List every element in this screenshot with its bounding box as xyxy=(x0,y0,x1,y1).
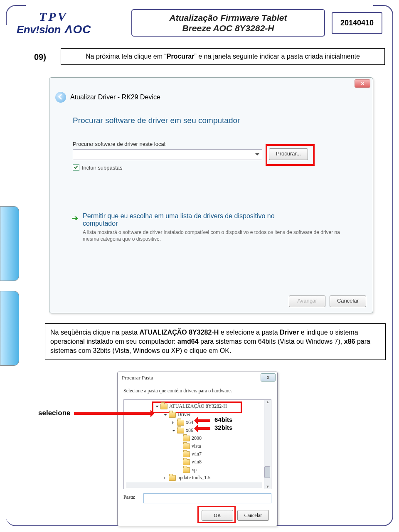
step-instruction: Na próxima tela clique em “Procurar” e n… xyxy=(61,48,385,65)
highlight-rect xyxy=(197,506,236,523)
tree-node[interactable]: 2000 xyxy=(183,435,202,441)
brand-logos: TPV Env!sion ΛOC xyxy=(17,10,125,36)
tree-node[interactable]: win7 xyxy=(183,451,202,457)
folder-icon xyxy=(177,428,184,433)
folder-icon xyxy=(183,443,190,449)
tree-node[interactable]: vista xyxy=(183,443,201,449)
folder-icon xyxy=(183,436,190,441)
folder-icon xyxy=(169,475,176,481)
instruction-block: Na seqüência clique na pasta ATUALIZAÇÃO… xyxy=(45,323,386,360)
folder-icon xyxy=(183,451,190,457)
browse-folder-dialog: Procurar Pasta x Selecione a pasta que c… xyxy=(117,372,278,526)
folder-icon xyxy=(169,412,176,418)
highlight-rect xyxy=(266,144,315,166)
arrow-icon: ➔ xyxy=(72,214,78,223)
wizard-heading: Procurar software de driver em seu compu… xyxy=(73,116,240,125)
driver-wizard-window: ✕ Atualizar Driver - RK29 Device Procura… xyxy=(49,77,373,313)
expand-icon xyxy=(164,476,167,480)
arrow-icon xyxy=(195,419,210,422)
arrow-icon xyxy=(195,427,210,430)
expand-icon xyxy=(164,414,167,417)
pasta-label: Pasta: xyxy=(123,494,135,500)
expand-icon xyxy=(172,430,175,433)
doc-date: 20140410 xyxy=(332,12,382,34)
page-header: TPV Env!sion ΛOC Atualização Firmware Ta… xyxy=(17,7,382,39)
doc-title-line1: Atualização Firmware Tablet xyxy=(170,13,287,22)
tree-node[interactable]: win8 xyxy=(183,459,202,465)
close-button[interactable]: x xyxy=(261,373,276,382)
document-page: TPV Env!sion ΛOC Atualização Firmware Ta… xyxy=(0,0,399,532)
doc-title: Atualização Firmware Tablet Breeze AOC 8… xyxy=(131,9,325,37)
path-combobox[interactable] xyxy=(73,149,262,160)
cancel-button[interactable]: Cancelar xyxy=(330,296,366,307)
checkbox-label: Incluir subpastas xyxy=(82,165,123,171)
annotation-32bits: 32bits xyxy=(214,424,232,431)
logo-aoc: ΛOC xyxy=(65,24,91,35)
doc-title-line2: Breeze AOC 8Y3282-H xyxy=(182,23,274,33)
path-label: Procurar software de driver neste local: xyxy=(73,141,167,147)
expand-icon xyxy=(155,406,159,409)
wizard-title: Atualizar Driver - RK29 Device xyxy=(70,94,160,101)
dialog-title: Procurar Pasta xyxy=(122,374,153,381)
folder-icon xyxy=(177,420,184,426)
pick-from-list-option[interactable]: ➔ Permitir que eu escolha em uma lista d… xyxy=(73,212,347,242)
scrollbar-thumb[interactable] xyxy=(264,466,270,478)
checkbox-icon xyxy=(73,164,79,171)
arrow-icon xyxy=(74,412,153,415)
folder-icon xyxy=(183,459,190,465)
option-description: A lista mostrará o software de driver in… xyxy=(83,229,347,242)
cancel-button[interactable]: Cancelar xyxy=(237,510,269,521)
logo-tpv: TPV xyxy=(39,10,125,23)
pasta-input[interactable] xyxy=(143,493,271,503)
tree-node[interactable]: update tools_1.5 xyxy=(164,475,210,481)
next-button[interactable]: Avançar xyxy=(289,296,325,307)
folder-icon xyxy=(160,404,167,409)
side-tab xyxy=(0,291,19,366)
logo-envision: Env!sion xyxy=(17,24,61,35)
tree-node-root[interactable]: ATUALIZAÇÃO 8Y3282-H xyxy=(155,403,227,409)
h-scrollbar[interactable] xyxy=(126,482,262,488)
tree-node-driver[interactable]: Driver xyxy=(164,411,190,418)
step-number: 09) xyxy=(34,52,46,62)
annotation-selecione: selecione xyxy=(38,409,71,417)
side-tab xyxy=(0,206,19,281)
expand-icon xyxy=(172,421,175,424)
wizard-header: Atualizar Driver - RK29 Device xyxy=(55,92,160,103)
dialog-subtitle: Selecione a pasta que contém drivers par… xyxy=(123,388,232,394)
back-icon[interactable] xyxy=(55,92,66,103)
tree-node[interactable]: xp xyxy=(183,467,197,473)
close-button[interactable]: ✕ xyxy=(355,79,370,88)
include-subfolders-checkbox[interactable]: Incluir subpastas xyxy=(73,164,123,171)
dialog-footer: Pasta: OK Cancelar xyxy=(123,493,271,521)
annotation-64bits: 64bits xyxy=(214,416,232,423)
folder-icon xyxy=(183,467,190,473)
